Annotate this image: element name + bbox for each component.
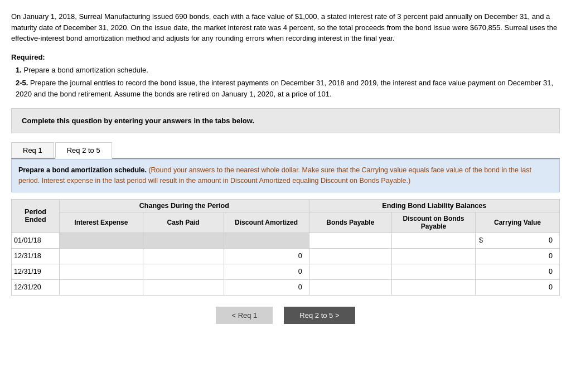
input-cash-3[interactable] — [147, 283, 220, 291]
cell-bonds-payable-2[interactable] — [309, 264, 392, 279]
cell-discount-amort-3[interactable] — [224, 279, 309, 295]
dollar-sign-0: $ — [479, 236, 483, 244]
req-num-25: 2-5. — [16, 79, 28, 87]
next-button[interactable]: Req 2 to 5 > — [284, 307, 355, 324]
input-carrying-2[interactable] — [479, 268, 555, 275]
input-carrying-1[interactable] — [479, 252, 555, 260]
instruction-box: Complete this question by entering your … — [11, 108, 560, 133]
tab-req1[interactable]: Req 1 — [11, 142, 54, 158]
required-label: Required: — [11, 53, 560, 61]
cell-interest-3[interactable] — [60, 279, 143, 295]
input-bonds-payable-2[interactable] — [313, 268, 389, 275]
col-period-ended: Period Ended — [12, 199, 60, 233]
cell-period-2: 12/31/19 — [12, 264, 60, 279]
input-carrying-3[interactable] — [479, 283, 555, 291]
cell-discount-amort-1[interactable] — [224, 248, 309, 264]
tabs-container: Req 1 Req 2 to 5 — [11, 142, 560, 159]
amort-bold: Prepare a bond amortization schedule. — [18, 166, 147, 174]
input-interest-2[interactable] — [63, 268, 139, 275]
col-group-changes: Changes During the Period — [60, 199, 309, 212]
col-discount-bonds-payable: Discount on Bonds Payable — [392, 212, 476, 233]
cell-discount-amort-0[interactable] — [224, 233, 309, 248]
cell-carrying-2[interactable] — [475, 264, 559, 279]
cell-period-3: 12/31/20 — [12, 279, 60, 295]
input-discount-amort-2[interactable] — [228, 268, 304, 275]
cell-interest-0[interactable] — [60, 233, 143, 248]
input-interest-3[interactable] — [63, 283, 139, 291]
cell-bonds-payable-0[interactable] — [309, 233, 392, 248]
table-row: 01/01/18$ — [12, 233, 560, 248]
cell-discount-bonds-payable-0[interactable] — [392, 233, 476, 248]
col-carrying-value: Carrying Value — [475, 212, 559, 233]
cell-interest-1[interactable] — [60, 248, 143, 264]
table-row: 12/31/20 — [12, 279, 560, 295]
input-discount-bonds-payable-2[interactable] — [395, 268, 472, 275]
col-bonds-payable: Bonds Payable — [309, 212, 392, 233]
intro-text: On January 1, 2018, Surreal Manufacturin… — [11, 11, 560, 44]
cell-discount-bonds-payable-2[interactable] — [392, 264, 476, 279]
req-item-25-text: Prepare the journal entries to record th… — [16, 79, 553, 98]
prev-button[interactable]: < Req 1 — [216, 307, 273, 324]
input-discount-bonds-payable-1[interactable] — [395, 252, 472, 260]
tab-req2to5[interactable]: Req 2 to 5 — [55, 142, 112, 159]
cell-interest-2[interactable] — [60, 264, 143, 279]
cell-discount-bonds-payable-1[interactable] — [392, 248, 476, 264]
input-discount-amort-1[interactable] — [228, 252, 304, 260]
cell-carrying-0[interactable]: $ — [475, 233, 559, 248]
col-cash-paid: Cash Paid — [143, 212, 224, 233]
table-row: 12/31/18 — [12, 248, 560, 264]
input-cash-1[interactable] — [147, 252, 220, 260]
cell-discount-amort-2[interactable] — [224, 264, 309, 279]
cell-cash-0[interactable] — [143, 233, 224, 248]
col-group-ending: Ending Bond Liability Balances — [309, 199, 559, 212]
cell-discount-bonds-payable-3[interactable] — [392, 279, 476, 295]
table-row: 12/31/19 — [12, 264, 560, 279]
col-discount-amortized: Discount Amortized — [224, 212, 309, 233]
input-bonds-payable-3[interactable] — [313, 283, 389, 291]
input-bonds-payable-0[interactable] — [313, 236, 389, 244]
input-interest-1[interactable] — [63, 252, 139, 260]
amort-instruction: Prepare a bond amortization schedule. (R… — [11, 159, 560, 192]
req-num-1: 1. — [16, 66, 22, 74]
cell-carrying-3[interactable] — [475, 279, 559, 295]
instruction-box-text: Complete this question by entering your … — [22, 117, 549, 125]
cell-period-0: 01/01/18 — [12, 233, 60, 248]
req-item-1-text: Prepare a bond amortization schedule. — [23, 66, 148, 74]
nav-buttons: < Req 1 Req 2 to 5 > — [11, 307, 560, 324]
cell-cash-2[interactable] — [143, 264, 224, 279]
cell-period-1: 12/31/18 — [12, 248, 60, 264]
input-bonds-payable-1[interactable] — [313, 252, 389, 260]
req-item-25: 2-5. Prepare the journal entries to reco… — [16, 78, 560, 99]
cell-cash-3[interactable] — [143, 279, 224, 295]
col-interest-expense: Interest Expense — [60, 212, 143, 233]
cell-bonds-payable-1[interactable] — [309, 248, 392, 264]
cell-cash-1[interactable] — [143, 248, 224, 264]
cell-bonds-payable-3[interactable] — [309, 279, 392, 295]
cell-carrying-1[interactable] — [475, 248, 559, 264]
input-discount-bonds-payable-3[interactable] — [395, 283, 472, 291]
input-discount-bonds-payable-0[interactable] — [395, 236, 472, 244]
input-discount-amort-3[interactable] — [228, 283, 304, 291]
input-carrying-0[interactable] — [479, 236, 555, 244]
required-section: Required: 1. Prepare a bond amortization… — [11, 53, 560, 100]
req-item-1: 1. Prepare a bond amortization schedule. — [16, 65, 560, 76]
input-cash-2[interactable] — [147, 268, 220, 275]
schedule-table: Period Ended Changes During the Period E… — [11, 199, 560, 296]
